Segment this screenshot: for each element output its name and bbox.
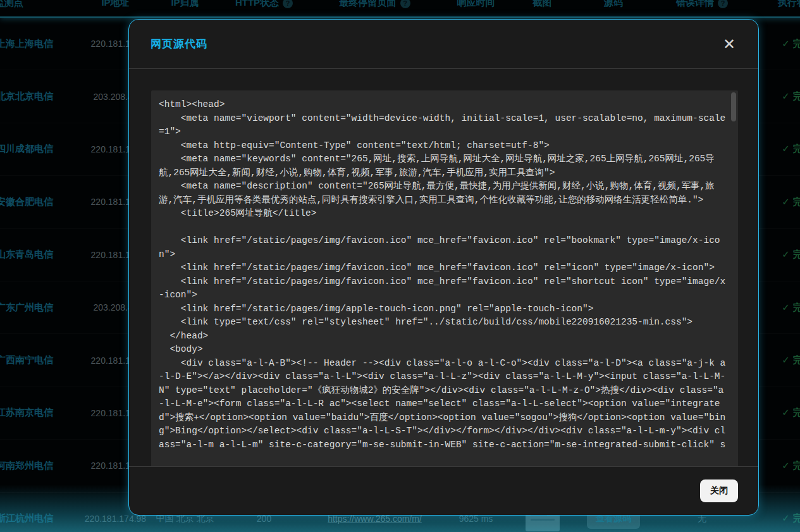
close-button[interactable]: 关闭 — [700, 479, 738, 502]
close-icon[interactable]: ✕ — [723, 37, 735, 52]
source-code-viewer[interactable]: <html><head> <meta name="viewport" conte… — [151, 90, 738, 466]
modal-title: 网页源代码 — [151, 37, 207, 51]
modal-footer: 关闭 — [129, 466, 758, 515]
modal-header: 网页源代码 ✕ — [129, 20, 758, 69]
source-code-modal: 网页源代码 ✕ <html><head> <meta name="viewpor… — [128, 19, 759, 516]
scrollbar-thumb[interactable] — [731, 92, 736, 121]
source-code: <html><head> <meta name="viewport" conte… — [151, 90, 738, 459]
modal-body: <html><head> <meta name="viewport" conte… — [129, 69, 758, 466]
